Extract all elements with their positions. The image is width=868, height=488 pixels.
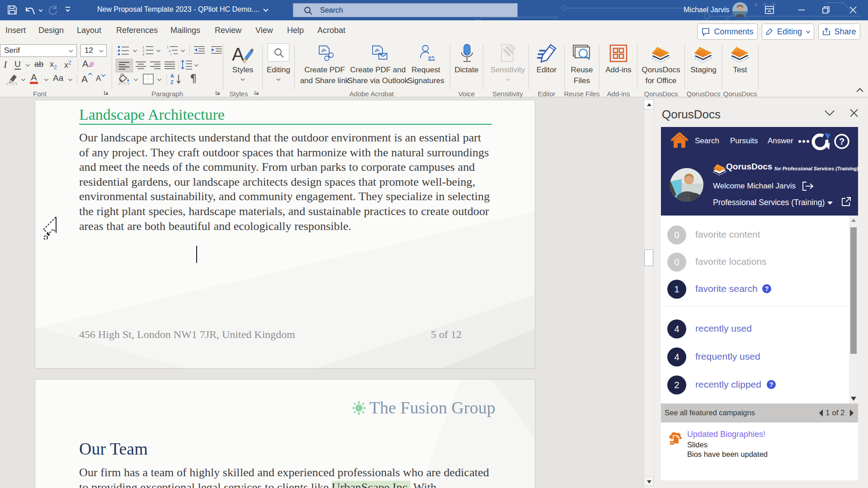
qorusdocs-for-office-icon[interactable] xyxy=(650,44,672,63)
share-button[interactable]: Share xyxy=(818,23,860,40)
panel-scrollbar-thumb[interactable] xyxy=(850,227,857,354)
pilcrow-button[interactable]: ¶ xyxy=(190,72,197,85)
superscript-button[interactable]: x2 xyxy=(64,60,71,70)
test-icon[interactable] xyxy=(729,44,751,63)
comments-button[interactable]: Comments xyxy=(697,23,758,40)
see-all-campaigns-link[interactable]: See all featured campaigns xyxy=(665,408,755,417)
panel-nav-search[interactable]: Search xyxy=(695,136,719,145)
font-color-button[interactable]: A xyxy=(30,72,38,84)
qorusdocs-office-label1[interactable]: QorusDocs xyxy=(642,66,680,75)
document-scrollbar-track[interactable] xyxy=(644,98,654,488)
restore-window-icon[interactable] xyxy=(821,5,831,15)
borders-chevron[interactable] xyxy=(157,78,162,82)
align-center-icon[interactable] xyxy=(136,61,146,70)
campaign-card[interactable]: Updated Biographies! Slides Bios have be… xyxy=(661,422,858,480)
shading-chevron[interactable] xyxy=(133,78,138,82)
tab-references[interactable]: References xyxy=(116,20,158,41)
recently-clipped-label[interactable]: recently clipped xyxy=(695,379,761,390)
subscript-button[interactable]: x2 xyxy=(50,60,57,70)
favorite-search-help-badge[interactable]: ? xyxy=(762,284,771,293)
panel-close-icon[interactable] xyxy=(849,108,859,117)
panel-help-icon[interactable]: ? xyxy=(834,133,850,150)
request-signatures-label1[interactable]: Request xyxy=(411,66,440,75)
highlight-chevron[interactable] xyxy=(21,78,26,82)
change-case-chevron[interactable] xyxy=(68,78,73,82)
sign-out-icon[interactable] xyxy=(802,181,814,191)
borders-icon[interactable] xyxy=(143,74,154,84)
create-pdf-share-link-label1[interactable]: Create PDF xyxy=(304,66,345,75)
frequently-used-label[interactable]: frequently used xyxy=(695,351,760,362)
test-label[interactable]: Test xyxy=(733,66,747,75)
italic-button[interactable]: I xyxy=(4,59,10,70)
tab-layout[interactable]: Layout xyxy=(77,20,101,41)
editing-mode-button[interactable]: Editing xyxy=(762,23,814,40)
staging-icon[interactable] xyxy=(693,44,714,63)
styles-button[interactable]: A xyxy=(228,44,257,66)
panel-nav-more-icon[interactable] xyxy=(798,140,811,143)
dictate-icon[interactable] xyxy=(459,43,475,63)
account-avatar[interactable] xyxy=(732,2,748,18)
minimize-window-icon[interactable] xyxy=(797,5,807,15)
qorusdocs-office-label2[interactable]: for Office xyxy=(646,76,677,85)
title-dropdown-chevron[interactable] xyxy=(263,8,269,13)
sort-icon[interactable]: A Z xyxy=(170,73,183,85)
document-scrollbar-down-button[interactable] xyxy=(644,476,654,486)
bullets-icon[interactable] xyxy=(118,45,129,56)
panel-scrollbar-up-icon[interactable] xyxy=(851,218,856,223)
align-right-icon[interactable] xyxy=(150,61,161,70)
campaign-title-link[interactable]: Updated Biographies! xyxy=(687,430,765,439)
favorite-locations-label[interactable]: favorite locations xyxy=(695,256,767,267)
panel-options-chevron-icon[interactable] xyxy=(824,109,835,117)
recently-used-count[interactable]: 4 xyxy=(667,319,686,338)
recently-clipped-count[interactable]: 2 xyxy=(667,375,686,394)
line-spacing-chevron[interactable] xyxy=(194,63,199,67)
qorusdocs-circle-logo-icon[interactable] xyxy=(811,132,831,152)
create-pdf-outlook-icon[interactable] xyxy=(370,45,388,62)
org-selector-text[interactable]: Professional Services (Training) xyxy=(713,198,825,207)
search-box[interactable]: Search xyxy=(293,3,518,17)
bullets-chevron[interactable] xyxy=(132,49,137,53)
campaign-next-icon[interactable] xyxy=(849,409,854,417)
create-pdf-outlook-label2[interactable]: Share via Outlook xyxy=(347,76,408,85)
document-scrollbar-up-button[interactable] xyxy=(644,99,654,109)
panel-nav-pursuits[interactable]: Pursuits xyxy=(730,136,758,145)
home-icon[interactable] xyxy=(670,132,689,149)
change-case-button[interactable]: Aa xyxy=(53,73,63,83)
add-ins-label[interactable]: Add-ins xyxy=(605,66,632,75)
ribbon-display-options-icon[interactable] xyxy=(764,5,774,15)
favorite-search-count[interactable]: 1 xyxy=(667,280,686,299)
reuse-files-label2[interactable]: Files xyxy=(574,76,590,85)
tab-insert[interactable]: Insert xyxy=(5,20,26,41)
editor-label[interactable]: Editor xyxy=(537,66,557,75)
account-name[interactable]: Michael Jarvis xyxy=(684,6,729,14)
favorite-locations-count[interactable]: 0 xyxy=(667,253,686,272)
paragraph-dialog-launcher[interactable] xyxy=(215,89,221,96)
document-page-6[interactable]: The Fusion Group Our Team Our firm has a… xyxy=(35,380,535,488)
underline-chevron[interactable] xyxy=(25,63,30,67)
decrease-indent-icon[interactable] xyxy=(193,45,205,56)
undo-dropdown-chevron[interactable] xyxy=(38,8,43,13)
panel-scrollbar-down-icon[interactable] xyxy=(850,395,857,402)
styles-dialog-launcher[interactable] xyxy=(254,89,260,96)
align-left-button-selected[interactable] xyxy=(116,59,133,72)
close-window-icon[interactable] xyxy=(848,5,858,15)
campaign-prev-icon[interactable] xyxy=(818,409,824,417)
request-signatures-label2[interactable]: Signatures xyxy=(407,76,444,85)
dictate-label[interactable]: Dictate xyxy=(455,66,479,75)
frequently-used-count[interactable]: 4 xyxy=(667,347,686,366)
shading-icon[interactable] xyxy=(118,73,130,85)
document-scrollbar-thumb[interactable] xyxy=(644,249,653,266)
customize-quick-access-toolbar-icon[interactable] xyxy=(64,6,71,13)
staging-label[interactable]: Staging xyxy=(690,66,717,75)
multilevel-list-icon[interactable]: 1 a i xyxy=(166,45,178,56)
underline-button[interactable]: U xyxy=(14,59,21,70)
undo-icon[interactable] xyxy=(24,5,36,16)
tab-view[interactable]: View xyxy=(255,20,273,41)
strikethrough-button[interactable]: ab xyxy=(34,60,43,69)
grow-font-button[interactable]: A xyxy=(81,72,93,84)
favorite-content-label[interactable]: favorite content xyxy=(695,229,760,240)
justify-icon[interactable] xyxy=(165,61,175,70)
create-pdf-share-link-label2[interactable]: and Share link xyxy=(300,76,349,85)
add-ins-icon[interactable] xyxy=(609,44,627,62)
create-pdf-share-link-icon[interactable] xyxy=(316,45,335,62)
